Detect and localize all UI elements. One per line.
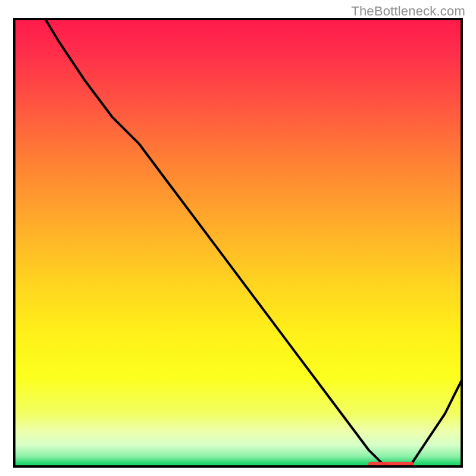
chart-background-gradient xyxy=(13,18,463,468)
chart-container: TheBottleneck.com xyxy=(0,0,476,476)
watermark-text: TheBottleneck.com xyxy=(351,4,465,19)
bottom-marker xyxy=(368,462,414,467)
